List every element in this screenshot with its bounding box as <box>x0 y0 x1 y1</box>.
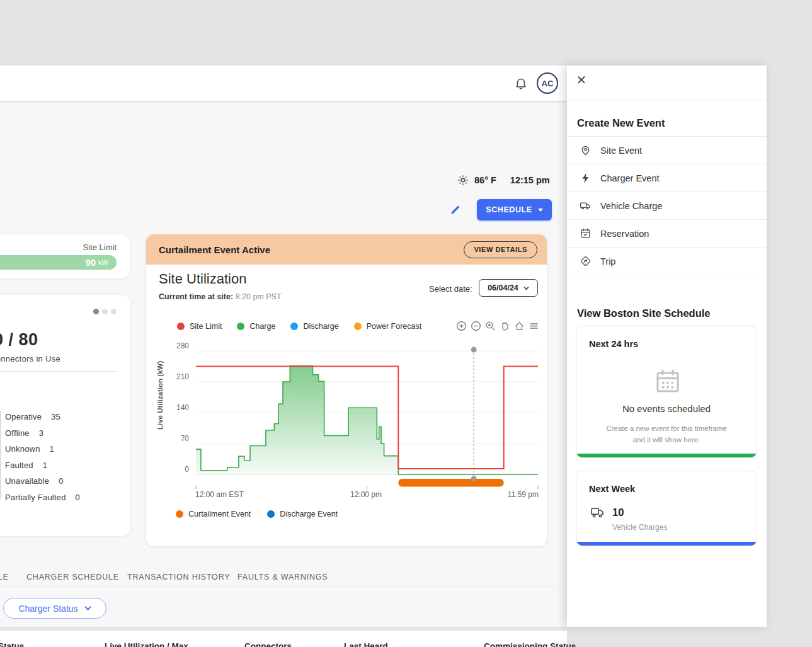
menu-item-vehicle-charge[interactable]: Vehicle Charge <box>567 192 767 220</box>
view-details-button[interactable]: VIEW DETAILS <box>464 241 537 258</box>
panel-title: Create New Event <box>577 117 665 129</box>
vehicle-charges-caption: Vehicle Charges <box>612 523 667 532</box>
next-24hrs-title: Next 24 hrs <box>589 339 638 349</box>
connectors-usage-caption: Connectors in Use <box>0 354 60 364</box>
next-24hrs-card[interactable]: Next 24 hrs No events scheduled Create a… <box>576 326 757 458</box>
menu-item-site-event[interactable]: Site Event <box>567 137 767 164</box>
status-row-operative: Operative35 <box>5 409 124 425</box>
chevron-down-icon <box>84 605 91 612</box>
empty-hint-line1: Create a new event for this timeframe <box>576 425 757 432</box>
date-select[interactable]: 06/04/24 <box>479 279 538 297</box>
site-limit-gauge: 90 kW <box>0 255 117 270</box>
y-axis-title: Live Utilization (kW) <box>156 361 164 430</box>
charger-status-filter[interactable]: Charger Status <box>3 598 106 619</box>
chart-legend: Site Limit Charge Discharge Power Foreca… <box>177 322 421 331</box>
curtailment-banner: Curtailment Event Active VIEW DETAILS <box>146 234 547 265</box>
x-tick-noon: 12:00 pm <box>333 490 399 499</box>
utilization-chart[interactable] <box>195 346 539 491</box>
legend-discharge-event: Discharge Event <box>267 510 338 518</box>
menu-item-charger-event[interactable]: Charger Event <box>567 164 767 192</box>
site-limit-label: Site Limit <box>83 243 117 252</box>
divider <box>567 100 767 100</box>
calendar-check-icon <box>580 227 592 239</box>
x-tick-start: 12:00 am EST <box>195 490 244 499</box>
tab-bar: SITE SCHEDULE CHARGER SCHEDULE TRANSACTI… <box>0 568 555 587</box>
tab-site-schedule[interactable]: SITE SCHEDULE <box>0 573 9 581</box>
curtailment-banner-title: Curtailment Event Active <box>159 244 270 255</box>
schedule-button[interactable]: SCHEDULE <box>477 199 552 220</box>
divider <box>0 371 117 372</box>
green-accent-bar <box>576 454 757 457</box>
calendar-empty-icon <box>655 368 681 394</box>
col-connectors: Connectors <box>244 641 292 647</box>
tab-faults-warnings[interactable]: FAULTS & WARNINGS <box>237 573 328 581</box>
avatar-initials: AC <box>542 79 554 88</box>
site-limit-unit: kW <box>98 259 108 266</box>
menu-icon[interactable] <box>529 321 539 331</box>
chargers-table: Status Live Utilization / Max Connectors… <box>0 631 567 647</box>
local-time: 12:15 pm <box>510 175 550 185</box>
menu-item-reservation[interactable]: Reservation <box>567 220 767 248</box>
col-commissioning-status: Commissioning Status <box>484 641 576 647</box>
chart-title: Site Utilization <box>159 271 246 287</box>
screen: AC 86° F 12:15 pm SCHEDULE Site Limit 90… <box>0 0 812 647</box>
site-utilization-card: Curtailment Event Active VIEW DETAILS Si… <box>146 234 547 546</box>
navigation-diamond-icon <box>580 255 592 267</box>
edit-pencil-icon[interactable] <box>450 204 461 215</box>
col-last-heard: Last Heard <box>344 641 388 647</box>
schedule-button-label: SCHEDULE <box>486 205 532 214</box>
y-tick: 0 <box>146 465 189 474</box>
home-icon[interactable] <box>514 321 525 331</box>
blue-accent-bar <box>576 542 757 546</box>
lightning-bolt-icon <box>580 172 592 184</box>
y-tick: 140 <box>146 403 189 412</box>
next-week-title: Next Week <box>589 484 635 494</box>
temperature: 86° F <box>474 175 496 185</box>
schedule-heading: View Boston Site Schedule <box>577 307 711 319</box>
close-icon[interactable]: ✕ <box>575 73 588 87</box>
no-events-text: No events scheduled <box>576 403 757 414</box>
tab-transaction-history[interactable]: TRANSACTION HISTORY <box>127 573 230 581</box>
col-status: Status <box>0 641 24 647</box>
y-tick: 210 <box>146 372 189 381</box>
menu-item-trip[interactable]: Trip <box>567 248 767 275</box>
tab-charger-schedule[interactable]: CHARGER SCHEDULE <box>26 573 119 581</box>
event-type-menu: Site Event Charger Event Vehicle Charge … <box>567 137 767 275</box>
empty-hint-line2: and it will show here. <box>576 436 757 444</box>
legend-curtailment-event: Curtailment Event <box>176 510 251 518</box>
truck-icon <box>580 200 592 212</box>
connectors-usage: 0 / 80 <box>0 330 38 350</box>
zoom-in-icon[interactable] <box>456 321 467 331</box>
donut-chart-edge <box>0 411 1 499</box>
legend-power-forecast[interactable]: Power Forecast <box>354 322 422 331</box>
truck-icon <box>590 507 605 518</box>
chevron-down-icon <box>538 209 543 212</box>
current-time-at-site: Current time at site: 8:20 pm PST <box>159 292 282 301</box>
weather-widget: 86° F 12:15 pm <box>457 174 550 186</box>
pan-hand-icon[interactable] <box>500 321 510 331</box>
site-limit-card: Site Limit 90 kW <box>0 234 130 278</box>
legend-discharge[interactable]: Discharge <box>290 322 338 331</box>
y-tick: 70 <box>146 434 189 443</box>
sun-icon <box>457 174 469 186</box>
select-date-label: Select date: <box>429 284 472 294</box>
event-legend: Curtailment Event Discharge Event <box>176 510 338 518</box>
status-row-faulted: Faulted1 <box>5 457 124 474</box>
vehicle-charges-count: 10 <box>612 507 624 518</box>
avatar[interactable]: AC <box>537 72 558 94</box>
col-live-utilization: Live Utilization / Max <box>105 641 188 647</box>
zoom-select-icon[interactable] <box>485 321 496 331</box>
status-row-unknown: Unknown1 <box>5 441 124 457</box>
charger-status-list: Operative35 Offline3 Unknown1 Faulted1 U… <box>5 409 124 505</box>
status-row-partially-faulted: Partially Faulted0 <box>5 490 124 506</box>
notifications-bell-icon[interactable] <box>514 76 528 90</box>
next-week-card[interactable]: Next Week 10 Vehicle Charges <box>576 471 757 546</box>
chevron-down-icon <box>523 285 529 291</box>
status-row-unavailable: Unavailable0 <box>5 473 124 490</box>
legend-charge[interactable]: Charge <box>237 322 275 331</box>
create-event-panel: ✕ Create New Event Site Event Charger Ev… <box>567 66 767 627</box>
carousel-dots[interactable] <box>93 309 117 314</box>
zoom-out-icon[interactable] <box>471 321 481 331</box>
legend-site-limit[interactable]: Site Limit <box>177 322 222 331</box>
location-pin-icon <box>580 144 592 156</box>
